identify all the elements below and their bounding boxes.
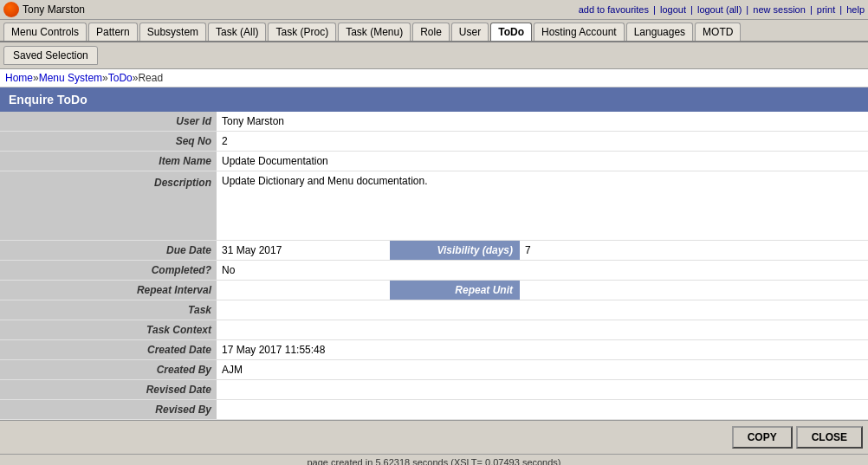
tab-task--menu-[interactable]: Task (Menu): [338, 23, 411, 41]
revised-by-value: [217, 400, 868, 420]
completed-value: No: [217, 261, 868, 281]
breadcrumb-home[interactable]: Home: [5, 72, 33, 84]
created-by-value: AJM: [217, 360, 868, 380]
tab-languages[interactable]: Languages: [626, 23, 693, 41]
repeat-unit-value: [520, 281, 868, 300]
task-context-value: [217, 320, 868, 340]
help-link[interactable]: help: [846, 4, 865, 15]
revised-date-row: Revised Date: [0, 380, 868, 400]
due-date-value: 31 May 2017: [217, 241, 390, 261]
new-session-link[interactable]: new session: [753, 4, 806, 15]
footer-timing: page created in 5.62318 seconds (XSLT= 0…: [307, 457, 560, 465]
main-content: Enquire ToDo User Id Tony Marston Seq No…: [0, 87, 868, 420]
tab-menu-controls[interactable]: Menu Controls: [3, 23, 87, 41]
task-label: Task: [0, 300, 217, 320]
created-by-row: Created By AJM: [0, 360, 868, 380]
tab-subsystem[interactable]: Subsystem: [139, 23, 206, 41]
tab-user[interactable]: User: [451, 23, 489, 41]
due-date-label: Due Date: [0, 241, 217, 261]
description-label: Description: [0, 171, 217, 241]
repeat-interval-label: Repeat Interval: [0, 281, 217, 300]
breadcrumb-menu-system[interactable]: Menu System: [39, 72, 102, 84]
created-date-label: Created Date: [0, 340, 217, 360]
task-row: Task: [0, 300, 868, 320]
revised-by-row: Revised By: [0, 400, 868, 420]
top-bar-right: add to favourites | logout | logout (all…: [579, 4, 865, 15]
created-date-row: Created Date 17 May 2017 11:55:48: [0, 340, 868, 360]
tab-todo[interactable]: ToDo: [490, 23, 532, 41]
due-date-row: Due Date 31 May 2017 Visibility (days) 7: [0, 241, 868, 261]
visibility-days-value: 7: [520, 241, 868, 261]
button-bar: COPY CLOSE: [0, 420, 868, 454]
tab-bar: Menu ControlsPatternSubsystemTask (All)T…: [0, 20, 868, 42]
tab-hosting-account[interactable]: Hosting Account: [534, 23, 625, 41]
breadcrumb: Home»Menu System»ToDo»Read: [0, 69, 868, 87]
add-to-favourites-link[interactable]: add to favourites: [579, 4, 649, 15]
user-id-label: User Id: [0, 112, 217, 132]
user-id-value: Tony Marston: [217, 112, 868, 132]
task-context-row: Task Context: [0, 320, 868, 340]
user-id-row: User Id Tony Marston: [0, 112, 868, 132]
breadcrumb-todo[interactable]: ToDo: [108, 72, 133, 84]
section-header: Enquire ToDo: [0, 87, 868, 112]
repeat-interval-value: [217, 281, 390, 300]
repeat-unit-label: Repeat Unit: [390, 281, 520, 300]
tab-role[interactable]: Role: [412, 23, 450, 41]
tab-task--proc-[interactable]: Task (Proc): [268, 23, 336, 41]
revised-date-label: Revised Date: [0, 380, 217, 400]
description-row: Description Update Dictionary and Menu d…: [0, 171, 868, 241]
task-value: [217, 300, 868, 320]
form-table: User Id Tony Marston Seq No 2 Item Name …: [0, 112, 868, 420]
user-icon: [3, 2, 19, 17]
tab-motd[interactable]: MOTD: [695, 23, 741, 41]
username: Tony Marston: [23, 3, 85, 16]
completed-row: Completed? No: [0, 261, 868, 281]
copy-button[interactable]: COPY: [732, 426, 793, 449]
logout-link[interactable]: logout: [660, 4, 686, 15]
breadcrumb-read: Read: [138, 72, 163, 84]
footer: page created in 5.62318 seconds (XSLT= 0…: [0, 454, 868, 465]
top-bar: Tony Marston add to favourites | logout …: [0, 0, 868, 20]
revised-date-value: [217, 380, 868, 400]
top-bar-left: Tony Marston: [3, 2, 85, 17]
tab-pattern[interactable]: Pattern: [88, 23, 138, 41]
seq-no-value: 2: [217, 132, 868, 152]
description-value: Update Dictionary and Menu documentation…: [217, 171, 868, 241]
repeat-row: Repeat Interval Repeat Unit: [0, 281, 868, 300]
completed-label: Completed?: [0, 261, 217, 281]
tab-task--all-[interactable]: Task (All): [208, 23, 266, 41]
visibility-days-label: Visibility (days): [390, 241, 520, 261]
item-name-label: Item Name: [0, 152, 217, 171]
saved-selection-tab[interactable]: Saved Selection: [3, 46, 98, 65]
task-context-label: Task Context: [0, 320, 217, 340]
print-link[interactable]: print: [817, 4, 835, 15]
seq-no-label: Seq No: [0, 132, 217, 152]
seq-no-row: Seq No 2: [0, 132, 868, 152]
created-date-value: 17 May 2017 11:55:48: [217, 340, 868, 360]
saved-bar: Saved Selection: [0, 42, 868, 69]
logout-all-link[interactable]: logout (all): [697, 4, 742, 15]
revised-by-label: Revised By: [0, 400, 217, 420]
item-name-row: Item Name Update Documentation: [0, 152, 868, 171]
close-button[interactable]: CLOSE: [796, 426, 863, 449]
created-by-label: Created By: [0, 360, 217, 380]
item-name-value: Update Documentation: [217, 152, 868, 171]
